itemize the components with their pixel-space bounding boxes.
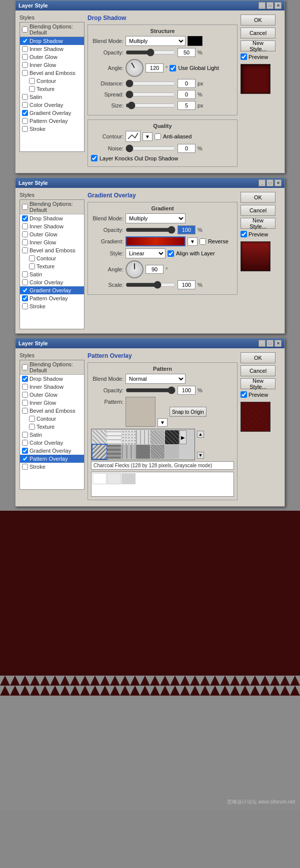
sidebar-bevel-check-3[interactable]: [22, 408, 28, 414]
sidebar-pattern-overlay-3[interactable]: Pattern Overlay: [20, 455, 84, 463]
sidebar-outer-glow-3[interactable]: Outer Glow: [20, 391, 84, 399]
align-layer-check-2[interactable]: [168, 250, 174, 257]
sidebar-color-overlay-check-2[interactable]: [22, 279, 28, 285]
sidebar-stroke-check-1[interactable]: [22, 126, 28, 132]
sidebar-pattern-overlay-check-3[interactable]: [22, 456, 28, 462]
color-swatch-1[interactable]: [188, 36, 202, 46]
pattern-scroll-up-3[interactable]: ▲: [197, 431, 204, 438]
sidebar-contour-check-1[interactable]: [29, 78, 35, 84]
sidebar-inner-shadow-3[interactable]: Inner Shadow: [20, 383, 84, 391]
minimize-btn-3[interactable]: _: [258, 340, 266, 347]
sidebar-color-overlay-check-1[interactable]: [22, 102, 28, 108]
scale-input-2[interactable]: [178, 280, 196, 289]
sidebar-color-overlay-2[interactable]: Color Overlay: [20, 278, 84, 286]
contour-dropdown-icon[interactable]: ▼: [142, 132, 152, 141]
opacity-slider-1[interactable]: [126, 49, 176, 56]
sidebar-bevel-emboss-1[interactable]: Bevel and Emboss: [20, 69, 84, 77]
sidebar-outer-glow-check-3[interactable]: [22, 392, 28, 398]
pattern-thumb-8[interactable]: [107, 445, 121, 459]
sidebar-satin-1[interactable]: Satin: [20, 93, 84, 101]
noise-slider-1[interactable]: [126, 145, 176, 152]
noise-input-1[interactable]: [178, 144, 196, 153]
sidebar-outer-glow-check-1[interactable]: [22, 54, 28, 60]
gradient-dropdown-icon-2[interactable]: ▼: [188, 237, 198, 246]
maximize-btn-2[interactable]: □: [266, 179, 274, 186]
sidebar-gradient-overlay-check-3[interactable]: [22, 448, 28, 454]
sidebar-texture-check-3[interactable]: [29, 424, 35, 430]
sidebar-drop-shadow-3[interactable]: Drop Shadow: [20, 375, 84, 383]
sidebar-texture-3[interactable]: Texture: [20, 423, 84, 431]
sidebar-gradient-overlay-check-1[interactable]: [22, 110, 28, 116]
contour-preview-1[interactable]: [126, 131, 140, 142]
opacity-input-1[interactable]: [178, 48, 196, 57]
blend-mode-select-1[interactable]: Multiply: [126, 36, 186, 46]
sidebar-stroke-2[interactable]: Stroke: [20, 302, 84, 310]
maximize-btn-1[interactable]: □: [266, 2, 274, 9]
cancel-btn-3[interactable]: Cancel: [240, 365, 276, 376]
preview-check-2[interactable]: [240, 231, 247, 237]
sidebar-blending-1[interactable]: Blending Options: Default: [20, 22, 84, 37]
pattern-thumb-2[interactable]: [107, 430, 121, 444]
sidebar-inner-glow-2[interactable]: Inner Glow: [20, 238, 84, 246]
sidebar-drop-shadow-check-3[interactable]: [22, 376, 28, 382]
sidebar-satin-check-3[interactable]: [22, 432, 28, 438]
sidebar-color-overlay-1[interactable]: Color Overlay: [20, 101, 84, 109]
angle-input-1[interactable]: [146, 63, 164, 72]
sidebar-pattern-overlay-check-2[interactable]: [22, 295, 28, 301]
sidebar-bevel-check-2[interactable]: [22, 247, 28, 253]
pattern-thumb-3[interactable]: [122, 430, 136, 444]
close-btn-2[interactable]: ✕: [274, 179, 282, 186]
anti-aliased-check-1[interactable]: [154, 133, 161, 140]
sidebar-stroke-3[interactable]: Stroke: [20, 463, 84, 471]
cancel-btn-2[interactable]: Cancel: [240, 205, 276, 216]
pattern-thumb-11[interactable]: [150, 445, 164, 459]
sidebar-inner-glow-1[interactable]: Inner Glow: [20, 61, 84, 69]
close-btn-1[interactable]: ✕: [274, 2, 282, 9]
pattern-scroll-down-3[interactable]: ▼: [197, 452, 204, 459]
sidebar-outer-glow-2[interactable]: Outer Glow: [20, 230, 84, 238]
size-input-1[interactable]: [178, 101, 196, 110]
ok-btn-1[interactable]: OK: [240, 14, 276, 25]
maximize-btn-3[interactable]: □: [266, 340, 274, 347]
sidebar-stroke-1[interactable]: Stroke: [20, 125, 84, 133]
scale-slider-2[interactable]: [126, 281, 176, 288]
style-select-2[interactable]: Linear Radial Angle Reflected Diamond: [126, 248, 166, 258]
sidebar-texture-1[interactable]: Texture: [20, 85, 84, 93]
sidebar-blending-check-2[interactable]: [22, 204, 28, 210]
sidebar-drop-shadow-check-1[interactable]: [22, 38, 28, 44]
pattern-dropdown-icon-3[interactable]: ▼: [158, 418, 168, 427]
sidebar-stroke-check-3[interactable]: [22, 464, 28, 470]
pattern-thumb-5[interactable]: [150, 430, 164, 444]
sidebar-blending-2[interactable]: Blending Options: Default: [20, 200, 84, 214]
sidebar-satin-2[interactable]: Satin: [20, 270, 84, 278]
sidebar-satin-check-1[interactable]: [22, 94, 28, 100]
preview-check-3[interactable]: [240, 391, 247, 398]
gradient-swatch-2[interactable]: [126, 236, 186, 246]
sidebar-blending-check-1[interactable]: [22, 26, 28, 32]
opacity-input-2[interactable]: [178, 225, 196, 234]
spread-input-1[interactable]: [178, 90, 196, 99]
sidebar-color-overlay-3[interactable]: Color Overlay: [20, 439, 84, 447]
blend-mode-select-2[interactable]: Multiply: [126, 213, 186, 223]
sidebar-drop-shadow-check-2[interactable]: [22, 215, 28, 221]
pattern-thumb-4[interactable]: [136, 430, 150, 444]
sidebar-outer-glow-check-2[interactable]: [22, 231, 28, 237]
ok-btn-2[interactable]: OK: [240, 192, 276, 203]
sidebar-outer-glow-1[interactable]: Outer Glow: [20, 53, 84, 61]
opacity-slider-3[interactable]: [126, 387, 176, 394]
sidebar-blending-3[interactable]: Blending Options: Default: [20, 360, 84, 375]
sidebar-contour-3[interactable]: Contour: [20, 415, 84, 423]
sidebar-bevel-check-1[interactable]: [22, 70, 28, 76]
sidebar-inner-glow-check-1[interactable]: [22, 62, 28, 68]
pattern-scroll-right-3[interactable]: ▶: [180, 430, 186, 444]
size-slider-1[interactable]: [126, 102, 176, 109]
cancel-btn-1[interactable]: Cancel: [240, 27, 276, 38]
sidebar-bevel-emboss-3[interactable]: Bevel and Emboss: [20, 407, 84, 415]
sidebar-gradient-overlay-3[interactable]: Gradient Overlay: [20, 447, 84, 455]
sidebar-blending-check-3[interactable]: [22, 364, 28, 370]
angle-dial-1[interactable]: [126, 59, 144, 77]
distance-input-1[interactable]: [178, 79, 196, 88]
minimize-btn-2[interactable]: _: [258, 179, 266, 186]
blend-mode-select-3[interactable]: Normal Multiply: [126, 374, 186, 384]
pattern-extra-1[interactable]: [92, 473, 106, 484]
